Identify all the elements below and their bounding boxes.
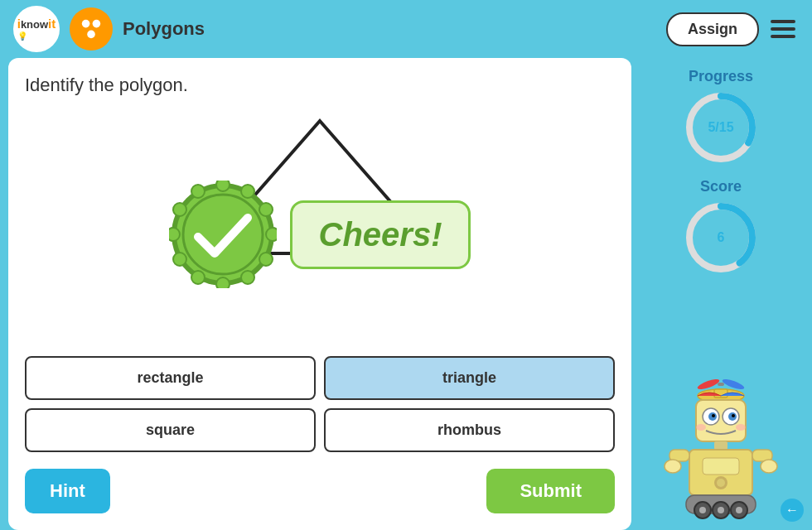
- image-area: Cheers!: [25, 113, 615, 340]
- answer-rectangle[interactable]: rectangle: [25, 356, 316, 400]
- cheers-overlay: Cheers!: [169, 181, 471, 288]
- answer-square[interactable]: square: [25, 408, 316, 452]
- lesson-icon: [70, 7, 113, 51]
- menu-line-2: [771, 27, 795, 31]
- svg-point-14: [191, 271, 205, 284]
- svg-rect-25: [718, 383, 724, 386]
- svg-point-36: [736, 424, 746, 431]
- correct-badge: [169, 181, 277, 288]
- svg-point-10: [266, 228, 277, 241]
- svg-point-35: [696, 424, 706, 431]
- lesson-title: Polygons: [123, 18, 205, 40]
- assign-button[interactable]: Assign: [666, 12, 759, 46]
- main-content: Identify the polygon.: [8, 58, 804, 530]
- dots-icon: [78, 16, 104, 42]
- svg-point-7: [216, 181, 230, 191]
- question-text: Identify the polygon.: [25, 75, 615, 96]
- right-panel: Progress 5/15 Score 6: [638, 58, 804, 530]
- hint-button[interactable]: Hint: [25, 469, 110, 513]
- menu-button[interactable]: [767, 17, 799, 41]
- progress-label: Progress: [689, 68, 753, 85]
- bottom-controls: Hint Submit: [25, 469, 615, 513]
- svg-point-12: [241, 271, 254, 284]
- left-panel: Identify the polygon.: [8, 58, 631, 530]
- back-arrow-button[interactable]: ←: [781, 499, 804, 522]
- svg-point-2: [87, 31, 95, 39]
- svg-point-44: [665, 460, 681, 473]
- svg-point-17: [173, 203, 186, 216]
- submit-button[interactable]: Submit: [486, 469, 615, 513]
- score-label: Score: [700, 178, 742, 195]
- score-card: Score 6: [684, 178, 758, 275]
- header: iknowit 💡 Polygons Assign: [0, 0, 812, 58]
- header-right: Assign: [666, 12, 799, 46]
- svg-point-34: [732, 414, 735, 417]
- svg-point-8: [241, 185, 254, 198]
- svg-point-9: [259, 203, 273, 216]
- svg-point-18: [191, 185, 205, 198]
- svg-point-15: [173, 253, 186, 266]
- svg-point-13: [216, 277, 230, 288]
- logo-text: iknowit: [17, 17, 56, 31]
- score-circle: 6: [684, 200, 758, 275]
- cheers-message: Cheers!: [290, 200, 471, 269]
- svg-point-1: [93, 20, 101, 28]
- answers-grid: rectangle triangle square rhombus: [25, 356, 615, 452]
- svg-point-45: [761, 460, 777, 473]
- svg-point-52: [736, 507, 742, 513]
- robot-illustration: [655, 371, 787, 520]
- progress-value: 5/15: [708, 120, 733, 135]
- svg-rect-39: [703, 458, 739, 475]
- svg-point-11: [259, 253, 273, 266]
- answer-triangle[interactable]: triangle: [324, 356, 615, 400]
- menu-line-1: [771, 20, 795, 23]
- svg-point-41: [717, 479, 725, 487]
- svg-point-16: [169, 228, 180, 241]
- svg-point-50: [699, 507, 706, 513]
- logo: iknowit 💡: [13, 6, 60, 52]
- scallop-svg: [169, 181, 277, 288]
- robot-area: [655, 371, 787, 520]
- svg-point-0: [82, 20, 90, 28]
- svg-point-33: [712, 414, 715, 417]
- progress-card: Progress 5/15: [684, 68, 758, 165]
- menu-line-3: [771, 35, 795, 38]
- logo-bulb-icon: 💡: [17, 31, 56, 41]
- svg-point-51: [718, 507, 724, 513]
- progress-circle: 5/15: [684, 90, 758, 165]
- svg-rect-37: [714, 441, 727, 450]
- score-value: 6: [718, 230, 725, 245]
- answer-rhombus[interactable]: rhombus: [324, 408, 615, 452]
